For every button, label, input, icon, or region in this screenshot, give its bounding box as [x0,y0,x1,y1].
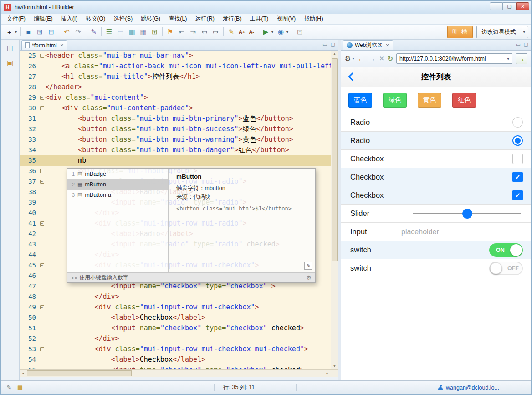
chevron-down-icon[interactable]: ▾ [352,56,354,61]
code-line[interactable]: 33 <button class="mui-btn mui-btn-warnin… [20,134,331,145]
tab-close-icon[interactable]: ✕ [385,43,389,48]
code-line[interactable]: 32 <button class="mui-btn mui-btn-succes… [20,124,331,134]
radio-checked[interactable] [512,135,523,146]
browser-dropdown-icon[interactable]: ▾ [285,27,290,37]
indent-left-icon[interactable]: ⇤ [176,27,187,37]
maximize-button[interactable]: ▢ [503,2,516,10]
color-button-warning[interactable]: 黄色 [418,93,441,108]
fold-marker-icon[interactable]: − [39,51,45,61]
fold-marker-icon[interactable]: − [39,92,45,103]
structure-grid-icon[interactable]: ▦ [138,27,148,37]
url-input[interactable]: http://127.0.0.1:8020/hw/form.html ▾ [396,53,512,64]
minimize-button[interactable]: – [490,2,503,10]
menu-view[interactable]: 视图(V) [273,14,300,24]
code-line[interactable]: 54 <label>Checkbox</label> [20,354,331,365]
titlebar[interactable]: H hw/form.html - HBuilder – ▢ ✕ [1,1,531,14]
autocomplete-item[interactable]: 3▤mButton-a [67,190,168,200]
edit-snippet-icon[interactable]: ✎ [304,262,312,270]
jump-forward-icon[interactable]: ↦ [210,27,221,37]
horizontal-scroll-thumb[interactable] [27,370,132,376]
url-dropdown-icon[interactable]: ▾ [505,56,509,61]
go-button[interactable]: → [516,53,527,64]
checkbox-checked[interactable]: ✓ [512,190,523,200]
font-decrease-icon[interactable]: A- [247,27,256,37]
jump-back-icon[interactable]: ↤ [199,27,210,37]
code-line[interactable]: 26 <a class="mui-action-back mui-icon mu… [20,61,331,72]
switch-off[interactable]: OFF [489,262,523,275]
slider-thumb[interactable] [462,209,472,219]
code-line[interactable]: 28</header> [20,82,331,92]
maximize-pane-icon[interactable]: ▢ [524,42,528,47]
switch-on[interactable]: ON [489,243,523,257]
checkbox-unchecked[interactable] [512,154,523,164]
stop-icon[interactable]: ✕ [379,55,384,62]
save-all-icon[interactable]: ⊞ [35,27,45,37]
code-line[interactable]: 52 </div> [20,333,331,344]
vertical-scroll-thumb[interactable] [332,58,338,261]
run-dropdown-icon[interactable]: ▾ [270,27,275,37]
menu-file[interactable]: 文件(F) [3,14,30,24]
autocomplete-item[interactable]: 1▤mBadge [67,169,168,179]
color-button-primary[interactable]: 蓝色 [348,93,372,108]
back-chevron-icon[interactable] [348,72,356,81]
save-icon[interactable]: ▣ [23,27,34,37]
format-code-icon[interactable]: ✎ [88,27,99,37]
menu-help[interactable]: 帮助(H) [300,14,327,24]
code-line[interactable]: 51 <input name="checkbox" type="checkbox… [20,323,331,333]
edit-mode-icon[interactable]: ✎ [5,383,14,392]
color-pencil-icon[interactable]: ✎ [226,27,236,37]
menu-goto[interactable]: 跳转(G) [137,14,164,24]
undo-icon[interactable]: ↶ [61,27,72,37]
radio-unchecked[interactable] [512,117,523,128]
forward-icon[interactable]: → [368,54,376,63]
menu-publish[interactable]: 发行(B) [219,14,246,24]
scroll-down-icon[interactable]: ▼ [331,363,338,369]
code-line[interactable]: 53− <div class="mui-input-row mui-checkb… [20,344,331,354]
nav-left-icon[interactable]: ◂ [71,275,73,280]
color-button-success[interactable]: 绿色 [383,93,407,108]
fold-marker-icon[interactable]: − [39,260,45,271]
console-icon[interactable]: ⊡ [295,27,305,37]
run-icon[interactable]: ▶ [261,27,271,37]
code-line[interactable]: 49− <div class="mui-input-row mui-checkb… [20,302,331,313]
menu-find[interactable]: 查找(L) [164,14,191,24]
file-status-icon[interactable]: ▤ [15,383,25,392]
block-list-icon[interactable]: ⊞ [149,27,160,37]
fold-marker-icon[interactable]: − [39,176,45,187]
nav-right-icon[interactable]: ▸ [75,275,77,280]
bookmark-icon[interactable]: ⚑ [165,27,175,37]
indent-right-icon[interactable]: ⇥ [188,27,198,37]
snippet-list-icon[interactable]: ▤ [115,27,126,37]
text-input[interactable]: placeholder [401,228,523,236]
fold-marker-icon[interactable]: − [39,166,45,176]
minimize-pane-icon[interactable]: ▭ [516,42,520,47]
redo-icon[interactable]: ↷ [73,27,83,37]
menu-insert[interactable]: 插入(I) [57,14,82,24]
documents-icon[interactable]: ▣ [5,58,15,68]
slider-track[interactable] [413,213,521,214]
scroll-up-icon[interactable]: ▲ [331,51,338,57]
menu-edit[interactable]: 编辑(E) [30,14,57,24]
tucao-button[interactable]: 吐 槽 [447,26,473,38]
outline-list-icon[interactable]: ☰ [104,27,114,37]
menu-tools[interactable]: 工具(T) [246,14,273,24]
code-line[interactable]: 25−<header class="mui-bar mui-bar-nav"> [20,51,331,61]
code-line[interactable]: 29−<div class="mui-content"> [20,92,331,103]
code-line[interactable]: 27 <h1 class="mui-title">控件列表</h1> [20,72,331,82]
revert-file-icon[interactable]: ⊟ [46,27,56,37]
back-icon[interactable]: ← [357,54,365,63]
font-increase-icon[interactable]: A+ [237,27,246,37]
minimize-pane-icon[interactable]: ▭ [322,42,327,47]
fold-marker-icon[interactable]: − [39,344,45,354]
code-line[interactable]: 31 <button class="mui-btn mui-btn-primar… [20,113,331,124]
code-line[interactable]: 30− <div class="mui-content-padded"> [20,103,331,113]
code-line[interactable]: 34 <button class="mui-btn mui-btn-danger… [20,145,331,155]
menu-select[interactable]: 选择(S) [110,14,137,24]
close-button[interactable]: ✕ [516,2,529,10]
mode-dropdown[interactable]: 边改边看模式 ▾ [476,26,528,38]
autocomplete-item[interactable]: 2▤mButton [67,179,168,190]
tab-close-icon[interactable]: ✕ [60,43,64,48]
scroll-left-icon[interactable]: ◂ [20,370,26,377]
new-file-icon[interactable]: + [4,27,15,37]
code-line[interactable]: 55 <input type="checkbox" name="checkbox… [20,365,331,369]
